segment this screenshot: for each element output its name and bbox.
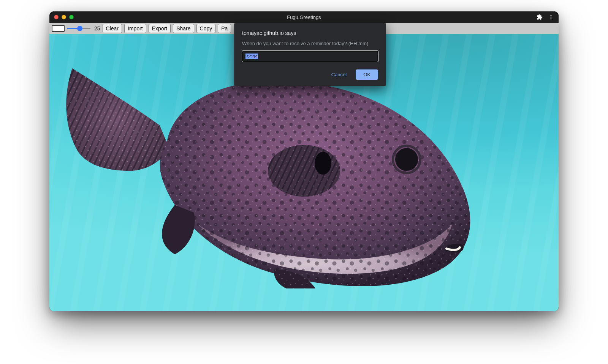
maximize-window-button[interactable] bbox=[69, 15, 74, 19]
clear-button[interactable]: Clear bbox=[103, 24, 122, 33]
import-button[interactable]: Import bbox=[124, 24, 146, 33]
js-prompt-dialog: tomayac.github.io says When do you want … bbox=[234, 23, 386, 86]
share-button[interactable]: Share bbox=[173, 24, 194, 33]
svg-point-15 bbox=[268, 145, 340, 197]
slider-thumb[interactable] bbox=[77, 26, 82, 31]
cancel-button[interactable]: Cancel bbox=[329, 69, 349, 80]
brush-size-slider[interactable] bbox=[67, 26, 90, 31]
prompt-actions: Cancel OK bbox=[242, 69, 378, 80]
color-picker[interactable] bbox=[52, 25, 65, 32]
app-window: Fugu Greetings 25 Clear Import Export Sh… bbox=[49, 11, 559, 311]
svg-point-2 bbox=[551, 18, 552, 19]
minimize-window-button[interactable] bbox=[62, 15, 66, 19]
extensions-icon[interactable] bbox=[537, 14, 543, 20]
close-window-button[interactable] bbox=[54, 15, 59, 19]
copy-button[interactable]: Copy bbox=[196, 24, 216, 33]
svg-point-1 bbox=[551, 17, 552, 18]
window-title: Fugu Greetings bbox=[49, 14, 559, 20]
titlebar: Fugu Greetings bbox=[49, 11, 559, 23]
prompt-message: When do you want to receive a reminder t… bbox=[242, 41, 378, 46]
brush-size-value: 25 bbox=[94, 25, 100, 32]
prompt-input[interactable] bbox=[242, 51, 378, 62]
kebab-menu-icon[interactable] bbox=[548, 14, 554, 20]
ok-button[interactable]: OK bbox=[356, 69, 378, 80]
prompt-origin: tomayac.github.io says bbox=[242, 30, 378, 36]
svg-point-16 bbox=[315, 152, 331, 175]
svg-point-17 bbox=[395, 148, 418, 171]
paste-button[interactable]: Pa bbox=[218, 24, 231, 33]
export-button[interactable]: Export bbox=[149, 24, 171, 33]
window-controls bbox=[54, 15, 74, 19]
svg-point-0 bbox=[551, 15, 552, 16]
